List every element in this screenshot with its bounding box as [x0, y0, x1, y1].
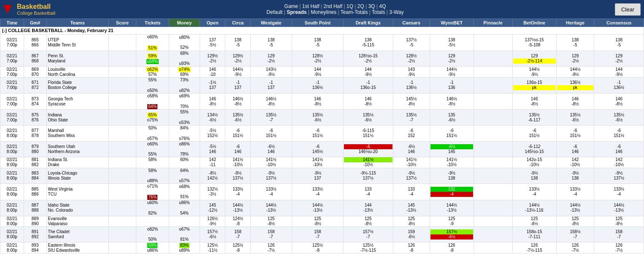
- caesars-cell: 125-8½: [393, 216, 430, 226]
- tickets-cell: 58%u88%: [136, 168, 169, 184]
- nav-2q[interactable]: 2Q: [357, 3, 364, 9]
- heritage-cell: 142-10½: [556, 157, 594, 168]
- westgate-cell: 146½-8½: [250, 93, 292, 110]
- draftkings-cell: -6146½u-20: [344, 141, 393, 157]
- pinnacle-cell: [474, 93, 512, 110]
- tickets-cell: o62%57%: [136, 67, 169, 78]
- tickets-cell: 59%u58%: [136, 51, 169, 67]
- betonline-cell: 142o-15-10½: [512, 157, 556, 168]
- team-cell: The CitadelSamford: [46, 226, 108, 242]
- open-cell: 146-10: [200, 67, 225, 78]
- app-title: Basketball: [17, 3, 55, 11]
- th-open: Open: [200, 19, 225, 27]
- open-cell: 125½-11½: [200, 242, 225, 253]
- circa-cell: 141½-10½: [225, 157, 250, 168]
- southpoint-cell: -6145½: [292, 141, 344, 157]
- open-cell: -5½152½: [200, 125, 225, 141]
- tickets-cell: o58%64%: [136, 93, 169, 110]
- southpoint-cell: 125½-8: [292, 242, 344, 253]
- team-cell: MarshallSouthern Miss: [46, 125, 108, 141]
- draftkings-cell: 144-9½: [344, 67, 393, 78]
- caesars-cell: 145½-8½: [393, 93, 430, 110]
- draftkings-cell: 133-4: [344, 184, 393, 200]
- heritage-cell: 125-8½: [556, 216, 594, 226]
- betonline-cell: -6151½: [512, 125, 556, 141]
- team-cell: Eastern IllinoisSIU Edwardsville: [46, 242, 108, 253]
- wynnbet-cell: 157½-6½: [430, 226, 474, 242]
- clear-button[interactable]: Clear: [615, 3, 641, 16]
- nav-2nd-half[interactable]: 2nd Half: [324, 3, 343, 9]
- westgate-cell: 135½-7: [250, 110, 292, 126]
- nav-4q[interactable]: 4Q: [379, 3, 386, 9]
- table-row: 02/218:00p891892The CitadelSamfordo82%50…: [0, 226, 644, 242]
- team-cell: Georgia TechSyracuse: [46, 93, 108, 110]
- nav-1q[interactable]: 1Q: [346, 3, 353, 9]
- open-cell: 142-11: [200, 157, 225, 168]
- nav-moneylines[interactable]: Moneylines: [311, 9, 337, 15]
- open-cell: 145-12½: [200, 200, 225, 216]
- southpoint-cell: 135½-6½: [292, 110, 344, 126]
- southpoint-cell: 128½-2½: [292, 51, 344, 67]
- nav-3way[interactable]: 3-Way: [389, 9, 403, 15]
- nav-1st-half[interactable]: 1st Half: [302, 3, 319, 9]
- time-cell: 02/218:00p: [0, 216, 24, 226]
- nav-spreads[interactable]: Spreads: [287, 9, 306, 15]
- nav-3q[interactable]: 3Q: [368, 3, 375, 9]
- score-cell: [108, 226, 136, 242]
- nav-team-totals[interactable]: Team-Totals: [341, 9, 368, 15]
- draftkings-cell: -1136o-15: [344, 78, 393, 94]
- money-cell: o67%81%: [169, 226, 200, 242]
- tickets-cell: o82%50%: [136, 226, 169, 242]
- betonline-cell: 126-7½-115: [512, 242, 556, 253]
- consensus-cell: 126-7½: [594, 242, 644, 253]
- consensus-cell: 129-2½: [594, 51, 644, 67]
- money-cell: u69%70%: [169, 93, 200, 110]
- table-row: 02/217:00p873874Georgia TechSyracuseo58%…: [0, 93, 644, 110]
- draftkings-cell: 141½-10½: [344, 157, 393, 168]
- money-cell: 68%u93%: [169, 51, 200, 67]
- wynnbet-cell: -6151½: [430, 125, 474, 141]
- consensus-cell: 144-9½: [594, 67, 644, 78]
- nav-game[interactable]: Game: [284, 3, 298, 9]
- nav-totals[interactable]: Totals: [372, 9, 385, 15]
- th-heritage: Heritage: [556, 19, 594, 27]
- gm-cell: 885886: [24, 184, 46, 200]
- westgate-cell: 141½-10½: [250, 157, 292, 168]
- caesars-cell: 141½-10½: [393, 157, 430, 168]
- time-cell: 02/218:00p: [0, 168, 24, 184]
- money-cell: 55%o53%: [169, 110, 200, 126]
- open-cell: 132½-3½: [200, 184, 225, 200]
- caesars-cell: -6152: [393, 125, 430, 141]
- pinnacle-cell: [474, 78, 512, 94]
- score-cell: [108, 78, 136, 94]
- table-row: 02/218:00p881882Indiana St.Drake58%60%14…: [0, 157, 644, 168]
- money-cell: o86%78%: [169, 141, 200, 157]
- betonline-cell: 144½-13½-116: [512, 200, 556, 216]
- time-cell: 02/218:00p: [0, 200, 24, 216]
- consensus-cell: -6146: [594, 141, 644, 157]
- westgate-cell: 129-2½: [250, 51, 292, 67]
- gm-cell: 889890: [24, 216, 46, 226]
- open-cell: 137-5½: [200, 35, 225, 51]
- time-cell: 02/217:00p: [0, 110, 24, 126]
- tickets-cell: u60%82%: [136, 200, 169, 216]
- pinnacle-cell: [474, 110, 512, 126]
- heritage-cell: 133½-4: [556, 184, 594, 200]
- westgate-cell: 133½-4: [250, 184, 292, 200]
- wynnbet-cell: 132-4: [430, 184, 474, 200]
- westgate-cell: 138-5: [250, 35, 292, 51]
- nav-default[interactable]: Default: [267, 9, 283, 15]
- tickets-cell: [136, 216, 169, 226]
- heritage-cell: 144½-13½: [556, 200, 594, 216]
- time-cell: 02/218:00p: [0, 141, 24, 157]
- open-cell: 129½-2½: [200, 51, 225, 67]
- southpoint-cell: 146-8½: [292, 93, 344, 110]
- table-row: 02/217:00p865866UTEPMiddle Tenn Sto60%51…: [0, 35, 644, 51]
- nav-line2: Default | Spreads | Moneylines | Team-To…: [60, 9, 610, 15]
- team-cell: Loyola-ChicagoIllinois State: [46, 168, 108, 184]
- money-cell: 73%u82%: [169, 78, 200, 94]
- money-cell: 84%o76%: [169, 125, 200, 141]
- gm-cell: 867868: [24, 51, 46, 67]
- odds-table: Time Gm# Teams Score Tickets Money Open …: [0, 19, 644, 253]
- caesars-cell: 159-6½: [393, 226, 430, 242]
